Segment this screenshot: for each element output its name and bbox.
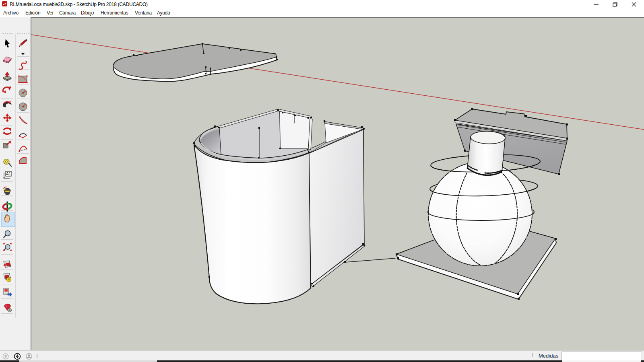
svg-text:A1: A1 [6, 172, 11, 176]
